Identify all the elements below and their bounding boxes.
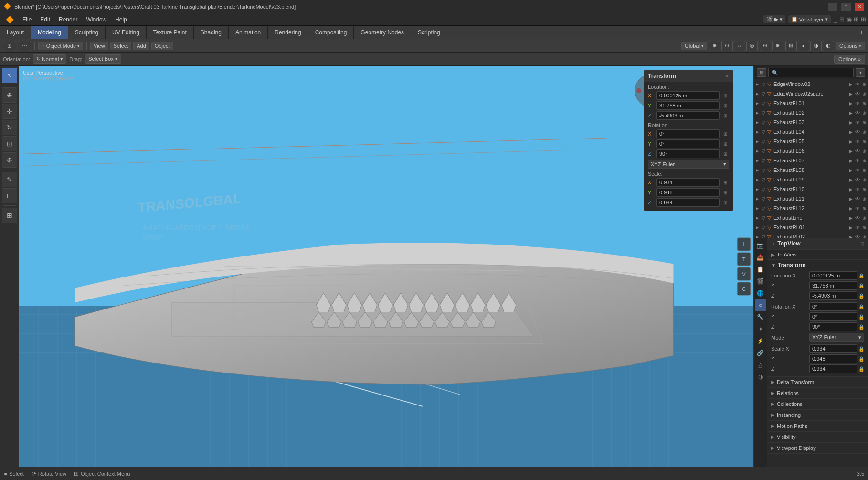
props-loc-z-lock[interactable]: 🔒 xyxy=(858,293,864,299)
prop-render-btn[interactable]: 📷 xyxy=(755,240,766,251)
ol-camera-icon-1[interactable]: ⊕ xyxy=(862,82,866,87)
props-mode-dropdown[interactable]: XYZ Euler ▾ xyxy=(809,333,864,342)
outliner-item-exhaustfl04[interactable]: ▶ ▽ ▽ ExhaustFL04 ▶ 👁 ⊕ xyxy=(754,127,868,137)
outliner-item-exhaustfl12[interactable]: ▶ ▽ ▽ ExhaustFL12 ▶ 👁 ⊕ xyxy=(754,203,868,213)
viewport-rt-btn-3[interactable]: V xyxy=(737,267,751,280)
props-expand-icon[interactable]: ⊡ xyxy=(860,241,864,246)
ol-eye-icon[interactable]: 👁 xyxy=(855,91,860,96)
maximize-button[interactable]: □ xyxy=(841,3,851,11)
tab-rendering[interactable]: Rendering xyxy=(268,26,308,39)
props-rot-z-field[interactable]: 90° xyxy=(809,322,857,331)
outliner-item-exhaustfl05[interactable]: ▶ ▽ ▽ ExhaustFL05 ▶ 👁 ⊕ xyxy=(754,137,868,146)
props-rot-y-field[interactable]: 0° xyxy=(809,312,857,321)
props-rot-z-lock[interactable]: 🔒 xyxy=(858,324,864,330)
prop-material-btn[interactable]: ◑ xyxy=(755,371,766,383)
props-rot-y-lock[interactable]: 🔒 xyxy=(858,314,864,320)
props-delta-header[interactable]: ▶ Delta Transform xyxy=(767,377,868,387)
rotation-y-copy[interactable]: ⊞ xyxy=(721,140,729,148)
scale-x-input[interactable]: 0.934 xyxy=(656,178,720,187)
props-visibility-header[interactable]: ▶ Visibility xyxy=(767,432,868,442)
location-y-copy[interactable]: ⊞ xyxy=(721,102,729,109)
transform-tool-btn[interactable]: ⊕ xyxy=(2,152,17,168)
prop-data-btn[interactable]: △ xyxy=(755,359,766,371)
scale-y-input[interactable]: 0.948 xyxy=(656,188,720,197)
props-instancing-header[interactable]: ▶ Instancing xyxy=(767,410,868,420)
props-viewportdisplay-header[interactable]: ▶ Viewport Display xyxy=(767,443,868,453)
props-loc-z-field[interactable]: -5.4903 m xyxy=(809,291,857,300)
pivot-btn[interactable]: ◎ xyxy=(746,41,758,51)
viewlayer-selector[interactable]: 📋 ViewLayer ▾ xyxy=(788,15,831,23)
add-menu[interactable]: Add xyxy=(133,42,149,50)
props-rot-x-field[interactable]: 0° xyxy=(809,302,857,311)
transform-btn[interactable]: ↔ xyxy=(734,41,745,51)
prop-modifier-btn[interactable]: 🔧 xyxy=(755,311,766,323)
menu-edit[interactable]: Edit xyxy=(36,15,54,24)
props-scale-z-field[interactable]: 0.934 xyxy=(809,364,857,373)
minimize-button[interactable]: — xyxy=(828,3,837,11)
ol-restrict-icon-1[interactable]: ▶ xyxy=(849,82,853,87)
outliner-filter-btn[interactable]: ▾ xyxy=(856,68,865,77)
tab-layout[interactable]: Layout xyxy=(0,26,31,39)
location-z-input[interactable]: -5.4903 m xyxy=(656,111,720,120)
menu-blender[interactable]: 🔶 xyxy=(2,15,18,24)
props-scale-x-lock[interactable]: 🔒 xyxy=(858,346,864,352)
rotation-y-input[interactable]: 0° xyxy=(656,139,720,148)
viewport[interactable]: TRANSOLGBAL AMAZING AEROSPACE™ SERIES SP… xyxy=(19,66,753,467)
viewport-rt-btn-2[interactable]: T xyxy=(737,252,751,266)
viewport-options-btn[interactable]: Options » xyxy=(834,55,865,64)
rotation-x-input[interactable]: 0° xyxy=(656,129,720,138)
menu-file[interactable]: File xyxy=(19,15,35,24)
viewport-rt-btn-1[interactable]: I xyxy=(737,237,751,251)
scale-tool-btn[interactable]: ⊡ xyxy=(2,136,17,151)
location-z-copy[interactable]: ⊞ xyxy=(721,112,729,119)
props-scale-y-field[interactable]: 0.948 xyxy=(809,354,857,363)
props-transform-header[interactable]: ▼ Transform xyxy=(771,262,864,268)
outliner-item-exhaustfl01[interactable]: ▶ ▽ ▽ ExhaustFL01 ▶ 👁 ⊕ xyxy=(754,98,868,108)
props-loc-x-field[interactable]: 0.000125 m xyxy=(809,271,857,280)
wireframe-btn[interactable]: ⊠ xyxy=(785,41,797,51)
menu-window[interactable]: Window xyxy=(82,15,110,24)
prop-object-btn[interactable]: ○ xyxy=(755,299,766,311)
outliner-item-exhaustfl06[interactable]: ▶ ▽ ▽ ExhaustFL06 ▶ 👁 ⊕ xyxy=(754,146,868,156)
tab-shading[interactable]: Shading xyxy=(194,26,229,39)
add-workspace-button[interactable]: + xyxy=(855,26,868,39)
props-loc-y-lock[interactable]: 🔒 xyxy=(858,283,864,288)
ol-eye-icon-1[interactable]: 👁 xyxy=(855,82,860,87)
prop-particles-btn[interactable]: ✦ xyxy=(755,323,766,335)
annotate-tool-btn[interactable]: ✎ xyxy=(2,172,17,187)
topbar-icon-1[interactable]: ⎯ xyxy=(834,16,837,23)
toolbar-icon-2[interactable]: ⋯ xyxy=(18,41,31,51)
prop-output-btn[interactable]: 📤 xyxy=(755,252,766,263)
props-scale-z-lock[interactable]: 🔒 xyxy=(858,366,864,372)
props-loc-x-lock[interactable]: 🔒 xyxy=(858,273,864,278)
outliner-item-exhaustrl01[interactable]: ▶ ▽ ▽ ExhaustRL01 ▶ 👁 ⊕ xyxy=(754,223,868,232)
location-x-input[interactable]: 0.000125 m xyxy=(656,91,720,100)
outliner-item-exhaustfl03[interactable]: ▶ ▽ ▽ ExhaustFL03 ▶ 👁 ⊕ xyxy=(754,117,868,127)
tab-uv-editing[interactable]: UV Editing xyxy=(106,26,147,39)
rendered-btn[interactable]: ◐ xyxy=(823,41,834,51)
outliner-item-exhaustfl10[interactable]: ▶ ▽ ▽ ExhaustFL10 ▶ 👁 ⊕ xyxy=(754,184,868,194)
ol-camera-icon[interactable]: ⊕ xyxy=(862,91,866,96)
select-tool-btn[interactable]: ↖ xyxy=(2,68,17,83)
prop-scene-btn[interactable]: 🎬 xyxy=(755,276,766,287)
props-loc-y-field[interactable]: 31.758 m xyxy=(809,281,857,290)
snap-btn[interactable]: ⊕ xyxy=(709,41,720,51)
outliner-item-exhaustfl09[interactable]: ▶ ▽ ▽ ExhaustFL09 ▶ 👁 ⊕ xyxy=(754,175,868,184)
topbar-icon-4[interactable]: ⊞ xyxy=(854,16,859,23)
topbar-icon-2[interactable]: ⊞ xyxy=(839,16,845,23)
rotation-z-input[interactable]: 90° xyxy=(656,149,720,158)
props-collections-header[interactable]: ▶ Collections xyxy=(767,399,868,409)
location-y-input[interactable]: 31.758 m xyxy=(656,101,720,110)
prop-viewlayer-btn[interactable]: 📋 xyxy=(755,264,766,275)
select-menu[interactable]: Select xyxy=(110,42,132,50)
scene-selector[interactable]: 🎬 ▶ ▾ xyxy=(763,15,785,23)
viewport-rt-btn-4[interactable]: C xyxy=(737,282,751,295)
options-btn[interactable]: Options » xyxy=(836,42,865,50)
transform-panel-close[interactable]: ✕ xyxy=(725,74,729,79)
scale-x-copy[interactable]: ⊞ xyxy=(721,179,729,186)
outliner-item-exhaustfl08[interactable]: ▶ ▽ ▽ ExhaustFL08 ▶ 👁 ⊕ xyxy=(754,165,868,175)
gizmo-btn[interactable]: ⊕ xyxy=(772,41,783,51)
props-relations-header[interactable]: ▶ Relations xyxy=(767,388,868,398)
tab-geometry-nodes[interactable]: Geometry Nodes xyxy=(354,26,411,39)
menu-help[interactable]: Help xyxy=(111,15,131,24)
